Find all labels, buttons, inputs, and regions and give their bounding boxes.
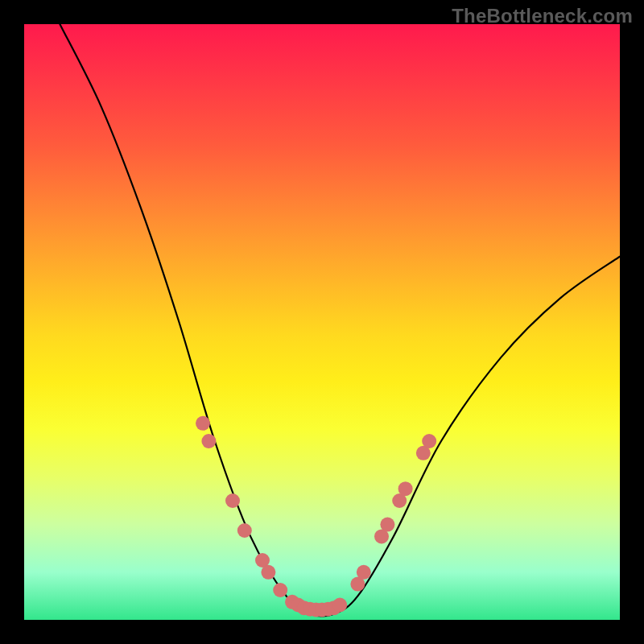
highlight-dot: [237, 523, 252, 538]
plot-area: [24, 24, 620, 620]
highlight-dot: [201, 434, 216, 448]
chart-frame: TheBottleneck.com: [0, 0, 644, 644]
highlight-dot: [422, 434, 436, 448]
highlight-dot: [196, 416, 210, 431]
curve-svg: [24, 24, 620, 620]
highlight-dot: [225, 493, 240, 508]
highlight-dot: [398, 481, 413, 496]
dot-layer: [196, 416, 436, 617]
highlight-dot: [332, 598, 347, 613]
bottleneck-curve: [60, 24, 620, 616]
highlight-dot: [261, 565, 275, 580]
highlight-dot: [357, 565, 371, 580]
highlight-dot: [380, 518, 394, 532]
highlight-dot: [273, 583, 287, 597]
